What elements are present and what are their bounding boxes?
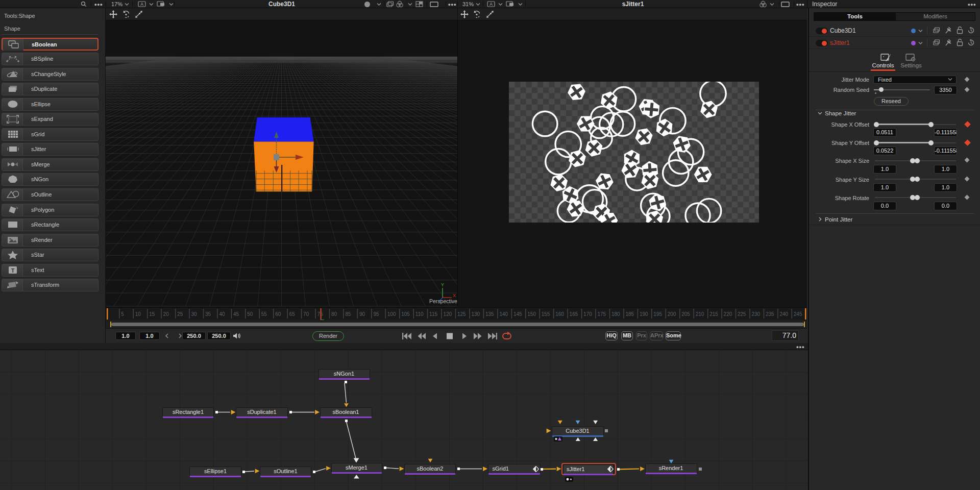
- svg-text:130: 130: [472, 311, 480, 317]
- svg-text:105: 105: [401, 311, 410, 317]
- svg-text:10: 10: [135, 311, 141, 317]
- svg-text:185: 185: [626, 311, 634, 317]
- svg-text:70: 70: [303, 311, 309, 317]
- svg-text:75: 75: [317, 311, 324, 317]
- svg-text:65: 65: [289, 311, 296, 317]
- svg-text:210: 210: [696, 311, 704, 317]
- svg-text:205: 205: [681, 311, 690, 317]
- svg-text:95: 95: [373, 311, 379, 317]
- svg-text:5: 5: [121, 311, 124, 317]
- svg-text:140: 140: [499, 311, 508, 317]
- svg-text:150: 150: [527, 311, 536, 317]
- svg-text:35: 35: [205, 311, 211, 317]
- svg-text:45: 45: [233, 311, 239, 317]
- svg-text:245: 245: [794, 311, 802, 317]
- svg-text:20: 20: [163, 311, 169, 317]
- svg-text:220: 220: [724, 311, 732, 317]
- svg-text:125: 125: [457, 311, 466, 317]
- svg-text:T: T: [11, 267, 15, 273]
- svg-text:100: 100: [387, 311, 396, 317]
- svg-text:60: 60: [275, 311, 281, 317]
- svg-text:190: 190: [640, 311, 648, 317]
- svg-text:170: 170: [583, 311, 592, 317]
- svg-text:135: 135: [485, 311, 494, 317]
- svg-text:120: 120: [444, 311, 452, 317]
- svg-text:55: 55: [261, 311, 267, 317]
- svg-text:80: 80: [331, 311, 337, 317]
- svg-text:165: 165: [570, 311, 578, 317]
- svg-text:215: 215: [709, 311, 718, 317]
- svg-text:15: 15: [149, 311, 155, 317]
- svg-text:50: 50: [247, 311, 253, 317]
- svg-text:235: 235: [766, 311, 774, 317]
- svg-text:A: A: [489, 2, 493, 7]
- svg-text:155: 155: [542, 311, 550, 317]
- svg-text:25: 25: [177, 311, 183, 317]
- svg-text:90: 90: [359, 311, 365, 317]
- svg-text:145: 145: [513, 311, 522, 317]
- svg-text:175: 175: [598, 311, 606, 317]
- svg-text:Perspective: Perspective: [429, 298, 457, 304]
- svg-text:Y: Y: [441, 282, 444, 287]
- svg-text:160: 160: [555, 311, 564, 317]
- svg-text:240: 240: [779, 311, 788, 317]
- svg-text:180: 180: [611, 311, 620, 317]
- svg-text:200: 200: [668, 311, 676, 317]
- svg-text:110: 110: [415, 311, 424, 317]
- svg-text:230: 230: [752, 311, 761, 317]
- svg-text:85: 85: [346, 311, 352, 317]
- svg-text:A: A: [140, 2, 143, 7]
- svg-text:40: 40: [219, 311, 225, 317]
- svg-text:30: 30: [191, 311, 198, 317]
- svg-text:225: 225: [738, 311, 746, 317]
- svg-text:115: 115: [429, 311, 437, 317]
- svg-text:195: 195: [653, 311, 662, 317]
- svg-text:X: X: [453, 293, 456, 298]
